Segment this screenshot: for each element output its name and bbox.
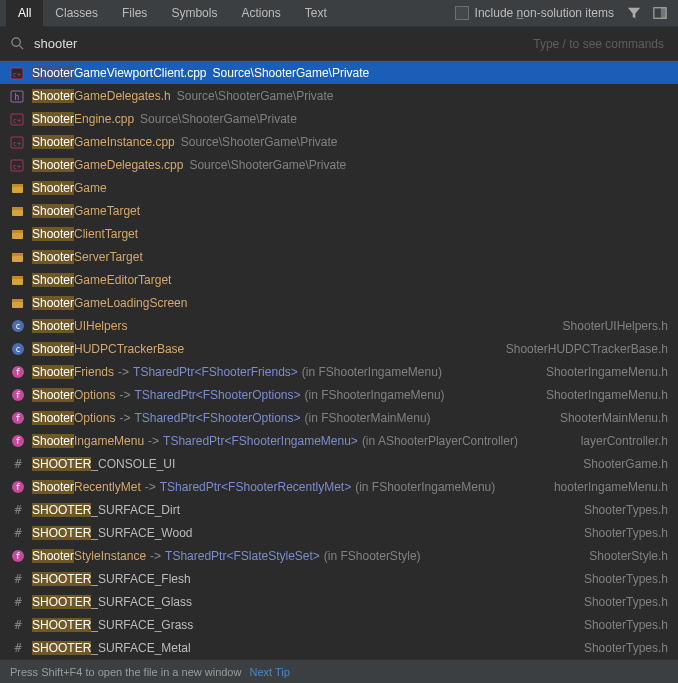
fld-icon: f (10, 548, 26, 564)
result-main: ShooterGameDelegates.cppSource\ShooterGa… (32, 158, 668, 172)
def-icon: # (10, 456, 26, 472)
filter-icon[interactable] (624, 3, 644, 23)
result-location: ShooterStyle.h (581, 549, 668, 563)
result-path: Source\ShooterGame\Private (189, 158, 346, 172)
result-row[interactable]: hShooterGameDelegates.hSource\ShooterGam… (0, 84, 678, 107)
def-icon: # (10, 594, 26, 610)
result-context: (in FShooterIngameMenu) (355, 480, 495, 494)
svg-text:#: # (14, 595, 22, 609)
result-main: SHOOTER_SURFACE_Grass (32, 618, 576, 632)
result-name: ShooterGameTarget (32, 204, 140, 218)
result-row[interactable]: ShooterServerTarget (0, 245, 678, 268)
cpp-icon: c+ (10, 157, 26, 173)
svg-line-3 (19, 45, 23, 49)
next-tip-link[interactable]: Next Tip (249, 666, 289, 678)
svg-text:f: f (16, 391, 21, 400)
status-tip: Press Shift+F4 to open the file in a new… (10, 666, 241, 678)
result-name: ShooterGameViewportClient.cpp (32, 66, 207, 80)
result-row[interactable]: ShooterGameTarget (0, 199, 678, 222)
result-type: TSharedPtr<FShooterIngameMenu> (163, 434, 358, 448)
fld-icon: f (10, 410, 26, 426)
tab-actions[interactable]: Actions (229, 0, 292, 27)
result-row[interactable]: c+ShooterGameViewportClient.cppSource\Sh… (0, 61, 678, 84)
tab-classes[interactable]: Classes (43, 0, 110, 27)
cpp-icon: c+ (10, 65, 26, 81)
arrow-icon: -> (119, 388, 130, 402)
result-main: ShooterGameTarget (32, 204, 668, 218)
result-row[interactable]: #SHOOTER_SURFACE_WoodShooterTypes.h (0, 521, 678, 544)
result-row[interactable]: cShooterUIHelpersShooterUIHelpers.h (0, 314, 678, 337)
result-row[interactable]: fShooterFriends -> TSharedPtr<FShooterFr… (0, 360, 678, 383)
arrow-icon: -> (118, 365, 129, 379)
result-main: SHOOTER_SURFACE_Metal (32, 641, 576, 655)
result-row[interactable]: ShooterGameLoadingScreen (0, 291, 678, 314)
results-list[interactable]: c+ShooterGameViewportClient.cppSource\Sh… (0, 61, 678, 659)
mod-icon (10, 180, 26, 196)
result-main: ShooterServerTarget (32, 250, 668, 264)
result-location: ShooterTypes.h (576, 526, 668, 540)
arrow-icon: -> (148, 434, 159, 448)
result-name: SHOOTER_SURFACE_Dirt (32, 503, 180, 517)
result-row[interactable]: ShooterGameEditorTarget (0, 268, 678, 291)
result-row[interactable]: c+ShooterGameDelegates.cppSource\Shooter… (0, 153, 678, 176)
result-type: TSharedPtr<FShooterRecentlyMet> (160, 480, 351, 494)
result-main: ShooterIngameMenu -> TSharedPtr<FShooter… (32, 434, 573, 448)
result-row[interactable]: #SHOOTER_SURFACE_MetalShooterTypes.h (0, 636, 678, 659)
tab-files[interactable]: Files (110, 0, 159, 27)
result-row[interactable]: c+ShooterGameInstance.cppSource\ShooterG… (0, 130, 678, 153)
result-row[interactable]: #SHOOTER_SURFACE_GrassShooterTypes.h (0, 613, 678, 636)
result-row[interactable]: fShooterStyleInstance -> TSharedPtr<FSla… (0, 544, 678, 567)
result-row[interactable]: #SHOOTER_SURFACE_FleshShooterTypes.h (0, 567, 678, 590)
result-name: ShooterGameLoadingScreen (32, 296, 187, 310)
result-name: SHOOTER_SURFACE_Flesh (32, 572, 191, 586)
result-row[interactable]: #SHOOTER_SURFACE_DirtShooterTypes.h (0, 498, 678, 521)
result-location: ShooterGame.h (575, 457, 668, 471)
result-row[interactable]: fShooterRecentlyMet -> TSharedPtr<FShoot… (0, 475, 678, 498)
result-name: SHOOTER_SURFACE_Metal (32, 641, 191, 655)
result-type: TSharedPtr<FShooterOptions> (134, 411, 300, 425)
svg-text:#: # (14, 526, 22, 540)
def-icon: # (10, 502, 26, 518)
tab-symbols[interactable]: Symbols (159, 0, 229, 27)
result-row[interactable]: ShooterGame (0, 176, 678, 199)
tab-all[interactable]: All (6, 0, 43, 27)
svg-rect-1 (661, 8, 666, 19)
result-name: ShooterEngine.cpp (32, 112, 134, 126)
result-row[interactable]: fShooterOptions -> TSharedPtr<FShooterOp… (0, 383, 678, 406)
result-location: ShooterTypes.h (576, 572, 668, 586)
include-non-solution-checkbox[interactable]: Include non-solution items (455, 6, 618, 20)
search-input[interactable] (34, 36, 533, 51)
result-row[interactable]: fShooterOptions -> TSharedPtr<FShooterOp… (0, 406, 678, 429)
result-row[interactable]: #SHOOTER_SURFACE_GlassShooterTypes.h (0, 590, 678, 613)
result-row[interactable]: #SHOOTER_CONSOLE_UIShooterGame.h (0, 452, 678, 475)
def-icon: # (10, 571, 26, 587)
tab-text[interactable]: Text (293, 0, 339, 27)
cls-icon: c (10, 318, 26, 334)
result-location: ShooterTypes.h (576, 618, 668, 632)
result-context: (in FShooterIngameMenu) (302, 365, 442, 379)
result-context: (in FShooterIngameMenu) (305, 388, 445, 402)
mod-icon (10, 203, 26, 219)
result-type: TSharedPtr<FShooterOptions> (134, 388, 300, 402)
result-context: (in FShooterMainMenu) (305, 411, 431, 425)
result-row[interactable]: fShooterIngameMenu -> TSharedPtr<FShoote… (0, 429, 678, 452)
result-name: ShooterGameDelegates.cpp (32, 158, 183, 172)
mod-icon (10, 249, 26, 265)
result-main: ShooterRecentlyMet -> TSharedPtr<FShoote… (32, 480, 546, 494)
result-location: ShooterUIHelpers.h (555, 319, 668, 333)
result-main: ShooterGameInstance.cppSource\ShooterGam… (32, 135, 668, 149)
result-name: ShooterServerTarget (32, 250, 143, 264)
result-row[interactable]: cShooterHUDPCTrackerBaseShooterHUDPCTrac… (0, 337, 678, 360)
result-location: ShooterMainMenu.h (552, 411, 668, 425)
cpp-icon: c+ (10, 111, 26, 127)
arrow-icon: -> (145, 480, 156, 494)
svg-text:#: # (14, 641, 22, 655)
svg-text:c: c (16, 322, 21, 331)
result-main: ShooterOptions -> TSharedPtr<FShooterOpt… (32, 411, 552, 425)
preview-toggle-icon[interactable] (650, 3, 670, 23)
result-row[interactable]: c+ShooterEngine.cppSource\ShooterGame\Pr… (0, 107, 678, 130)
search-row: Type / to see commands (0, 27, 678, 61)
result-name: ShooterClientTarget (32, 227, 138, 241)
result-row[interactable]: ShooterClientTarget (0, 222, 678, 245)
result-type: TSharedPtr<FSlateStyleSet> (165, 549, 320, 563)
